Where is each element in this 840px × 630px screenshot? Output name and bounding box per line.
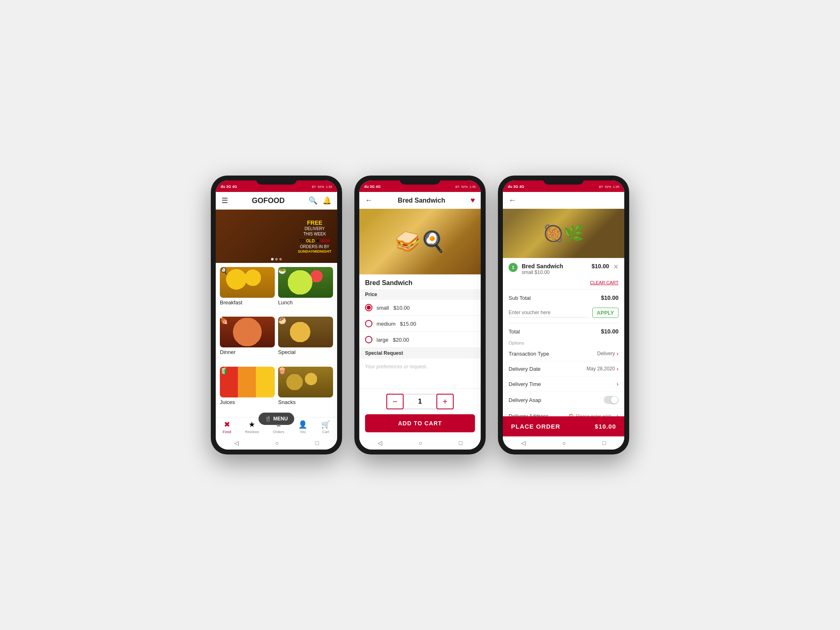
phone-2: du 3G 4G BT 52% 1:35 ← Bred Sandwich ♥ 🥪… (354, 176, 486, 454)
detail-header: ← Bred Sandwich ♥ (359, 192, 481, 209)
increase-qty-button[interactable]: + (436, 394, 454, 409)
category-breakfast[interactable]: 🍳 Breakfast (220, 267, 275, 313)
hamburger-icon[interactable]: ☰ (221, 196, 228, 205)
back-android-3[interactable]: ◁ (521, 440, 526, 446)
dot-2 (275, 258, 278, 260)
delivery-date-row[interactable]: Delivery Date May 28,2020 › (503, 361, 624, 377)
breakfast-image: 🍳 (220, 267, 275, 298)
category-snacks[interactable]: 🍿 Snacks (278, 367, 333, 413)
juices-image: 🧃 (220, 367, 275, 397)
dot-1 (271, 258, 274, 260)
battery-3: 52% (605, 185, 611, 189)
delivery-asap-toggle[interactable] (604, 396, 619, 404)
cart-back-button[interactable]: ← (509, 196, 516, 204)
food-nav-label: Food (223, 430, 231, 434)
old-text: OLD (306, 239, 315, 243)
price-option-large[interactable]: large $20.00 (359, 332, 481, 348)
delivery-date-right: May 28,2020 › (587, 365, 619, 372)
special-request-area[interactable]: Your preferences or request.. (359, 358, 481, 383)
place-order-label: PLACE ORDER (511, 423, 560, 430)
radio-medium (365, 320, 372, 327)
special-image: 🥙 (278, 317, 333, 347)
food-icon: ✖ (224, 420, 230, 429)
back-android-1[interactable]: ◁ (234, 440, 239, 446)
remove-item-button[interactable]: ✕ (613, 263, 619, 271)
favorite-button[interactable]: ♥ (470, 196, 475, 205)
home-android-1[interactable]: ○ (275, 440, 278, 446)
status-left-2: du 3G 4G (364, 185, 381, 189)
status-left-3: du 3G 4G (508, 185, 524, 189)
price-option-medium[interactable]: medium $15.00 (359, 316, 481, 332)
recents-android-2[interactable]: □ (459, 440, 462, 446)
decrease-qty-button[interactable]: − (386, 394, 404, 409)
bell-icon[interactable]: 🔔 (322, 196, 331, 205)
clear-cart-button[interactable]: CLEAR CART (590, 280, 619, 285)
detail-content: Bred Sandwich Price small $10.00 medium … (359, 274, 481, 388)
menu-fab[interactable]: 🍴 MENU (258, 413, 294, 425)
time-1: 1:35 (326, 185, 332, 189)
delivery-address-row[interactable]: Delivery Address 🏠 Please enter addr... … (503, 409, 624, 416)
delivery-address-right: 🏠 Please enter addr... › (568, 413, 619, 416)
android-nav-1: ◁ ○ □ (216, 436, 337, 450)
delivery-address-chevron-icon: › (616, 413, 619, 416)
category-juices[interactable]: 🧃 Juices (220, 367, 275, 413)
nsw-text: NSW (320, 239, 330, 243)
sub-total-value: $10.00 (601, 294, 619, 301)
add-to-cart-button[interactable]: ADD TO CART (365, 414, 475, 432)
notch-2 (399, 176, 441, 185)
home-android-2[interactable]: ○ (419, 440, 422, 446)
snacks-label: Snacks (278, 399, 333, 405)
recents-android-3[interactable]: □ (603, 440, 606, 446)
reviews-icon: ★ (249, 420, 255, 429)
transaction-type-right: Delivery › (597, 350, 619, 357)
home-android-3[interactable]: ○ (562, 440, 566, 446)
promo-banner: FREE DELIVERYTHIS WEEK TO OLD ✚ NSW ORDE… (216, 210, 337, 263)
delivery-time-chevron-icon: › (616, 381, 619, 387)
delivery-time-row[interactable]: Delivery Time › (503, 377, 624, 392)
transaction-type-row[interactable]: Transaction Type Delivery › (503, 346, 624, 361)
juices-label: Juices (220, 399, 275, 405)
radio-large (365, 336, 372, 343)
nav-you[interactable]: 👤 You (298, 420, 307, 434)
banner-free-label: FREE (298, 219, 331, 226)
divider-1 (509, 289, 619, 290)
price-section-label: Price (359, 289, 481, 300)
banner-dots (271, 258, 282, 260)
price-option-small[interactable]: small $10.00 (359, 300, 481, 316)
dinner-label: Dinner (220, 349, 275, 355)
dinner-image: 🍖 (220, 317, 275, 347)
options-section-label: Options (503, 338, 624, 346)
place-order-button[interactable]: PLACE ORDER $10.00 (503, 416, 624, 436)
nav-reviews[interactable]: ★ Reviews (245, 420, 259, 434)
nav-cart[interactable]: 🛒 Cart (321, 420, 330, 434)
to-text: TO (299, 239, 305, 243)
search-icon[interactable]: 🔍 (308, 196, 317, 205)
you-icon: 👤 (298, 420, 307, 429)
cart-item-price: $10.00 (591, 263, 609, 269)
cart-content: 1 Bred Sandwich small $10.00 $10.00 ✕ CL… (503, 258, 624, 416)
lunch-image: 🥗 (278, 267, 333, 298)
apply-voucher-button[interactable]: APPLY (592, 308, 619, 318)
special-request-placeholder: Your preferences or request.. (365, 364, 429, 370)
delivery-asap-row[interactable]: Delivery Asap (503, 392, 624, 409)
you-nav-label: You (299, 430, 306, 434)
category-lunch[interactable]: 🥗 Lunch (278, 267, 333, 313)
reviews-nav-label: Reviews (245, 430, 259, 434)
time-2: 1:35 (469, 185, 476, 189)
delivery-address-label: Delivery Address (509, 413, 549, 417)
total-label: Total (509, 329, 520, 335)
nav-food[interactable]: ✖ Food (223, 420, 231, 434)
snacks-image: 🍿 (278, 367, 333, 397)
android-nav-2: ◁ ○ □ (359, 436, 481, 450)
sunday-text: SUNDAYMIDNIGHT (298, 249, 331, 253)
recents-android-1[interactable]: □ (315, 440, 319, 446)
category-dinner[interactable]: 🍖 Dinner (220, 317, 275, 363)
voucher-input[interactable] (509, 308, 589, 317)
time-3: 1:35 (613, 185, 619, 189)
back-button[interactable]: ← (365, 196, 372, 205)
back-android-2[interactable]: ◁ (378, 440, 382, 446)
category-special[interactable]: 🥙 Special (278, 317, 333, 363)
sub-total-row: Sub Total $10.00 (503, 291, 624, 304)
cart-item-name: Bred Sandwich (522, 263, 587, 269)
special-label: Special (278, 349, 333, 355)
